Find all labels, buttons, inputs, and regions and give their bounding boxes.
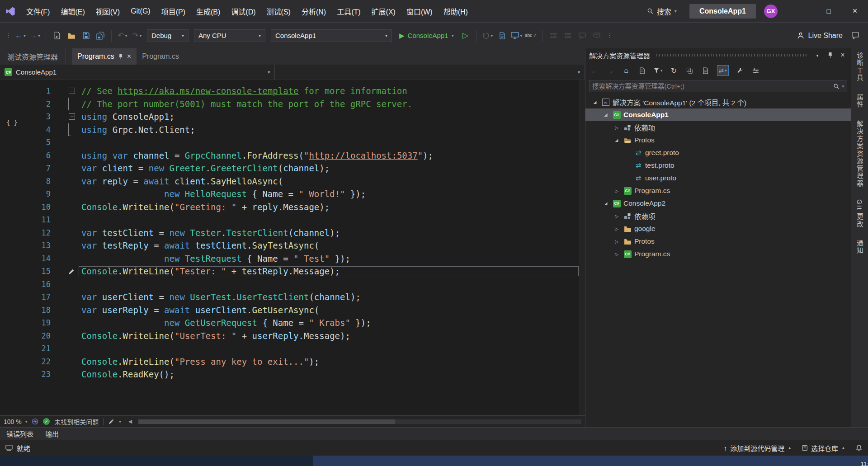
se-show-all-files-icon[interactable]: [701, 65, 710, 76]
redo-button[interactable]: ↷▾: [131, 29, 143, 42]
tree-expander-icon[interactable]: ◢: [591, 100, 599, 104]
document-health-icon[interactable]: [32, 418, 38, 425]
indent-decrease-button[interactable]: [547, 29, 560, 42]
tree-expander-icon[interactable]: ◢: [602, 113, 610, 117]
solution-explorer-header[interactable]: 解决方案资源管理器 ▾ ×: [585, 48, 851, 62]
tree-item-google[interactable]: ▷google: [585, 222, 851, 235]
maximize-button[interactable]: □: [816, 0, 842, 22]
code-line-19[interactable]: 19 new GetUserRequest { Name = " Krabs" …: [0, 316, 579, 329]
tree-expander-icon[interactable]: ▷: [613, 226, 621, 231]
editor-vertical-scrollbar[interactable]: [579, 80, 585, 415]
se-wrench-icon[interactable]: [736, 65, 745, 76]
panel-options-icon[interactable]: ▾: [813, 51, 822, 60]
type-member-dropdown[interactable]: ▾: [275, 65, 585, 80]
tree-expander-icon[interactable]: ▷: [613, 125, 621, 130]
new-file-button[interactable]: [51, 29, 63, 42]
fold-margin[interactable]: −: [55, 85, 79, 98]
menu-item-0[interactable]: 文件(F): [21, 0, 55, 22]
solution-search-input[interactable]: [592, 83, 833, 90]
fold-margin[interactable]: −: [55, 110, 79, 123]
code-line-16[interactable]: 16: [0, 278, 579, 291]
solution-platform-dropdown[interactable]: Any CPU▾: [194, 29, 265, 42]
code-area[interactable]: 1−// See https://aka.ms/new-console-temp…: [0, 80, 579, 415]
se-sync-active-document-icon[interactable]: ⇄ ▾: [717, 65, 729, 76]
solution-search-box[interactable]: ▾: [589, 80, 847, 92]
search-options-icon[interactable]: ▾: [842, 84, 844, 89]
hot-reload-button[interactable]: ▾: [481, 29, 494, 42]
vertical-tab-4[interactable]: 通知: [855, 240, 864, 254]
save-button[interactable]: [80, 29, 92, 42]
se-back-icon[interactable]: ←: [590, 65, 599, 76]
code-line-18[interactable]: 18var userReply = await userClient.GetUs…: [0, 304, 579, 317]
menu-item-7[interactable]: 测试(S): [261, 0, 296, 22]
tree-item--[interactable]: ▷依赖项: [585, 121, 851, 134]
menu-item-6[interactable]: 调试(D): [226, 0, 261, 22]
tree-expander-icon[interactable]: ▷: [613, 214, 621, 219]
find-in-files-button[interactable]: [496, 29, 509, 42]
hscroll-left-arrow[interactable]: ◀: [128, 419, 132, 424]
menu-item-11[interactable]: 窗口(W): [401, 0, 438, 22]
tree-item-ConsoleApp2[interactable]: ◢C#ConsoleApp2: [585, 197, 851, 210]
feedback-button[interactable]: [849, 29, 862, 42]
se-properties-icon[interactable]: [751, 65, 760, 76]
hscroll-thumb[interactable]: [138, 419, 395, 424]
uncomment-button[interactable]: [590, 29, 603, 42]
tree-expander-icon[interactable]: ▷: [613, 239, 621, 244]
save-all-button[interactable]: [94, 29, 107, 42]
code-cleanup-icon[interactable]: [108, 419, 114, 425]
se-filter-icon[interactable]: ▾: [653, 65, 663, 76]
tree-item-Program-cs[interactable]: ▷C#Program.cs: [585, 184, 851, 197]
start-debugging-button[interactable]: ▶ ConsoleApp1 ▾: [396, 29, 458, 42]
open-folder-button[interactable]: [65, 29, 78, 42]
spell-check-button[interactable]: abc✓: [525, 29, 538, 42]
vertical-tab-2[interactable]: 解决方案资源管理器: [855, 120, 864, 188]
code-line-14[interactable]: 14 new TestRequest { Name = " Test" });: [0, 252, 579, 265]
tab-program-cs-0[interactable]: Program.cs×: [72, 48, 137, 65]
vertical-tab-3[interactable]: Git 更改: [855, 199, 864, 228]
indent-increase-button[interactable]: [561, 29, 574, 42]
menu-item-5[interactable]: 生成(B): [191, 0, 226, 22]
se-home-icon[interactable]: ⌂: [622, 65, 631, 76]
comment-button[interactable]: [576, 29, 589, 42]
toolbar-overflow[interactable]: ⋮: [607, 32, 612, 39]
menu-item-10[interactable]: 扩展(X): [366, 0, 401, 22]
se-forward-icon[interactable]: →: [606, 65, 615, 76]
code-line-1[interactable]: 1−// See https://aka.ms/new-console-temp…: [0, 85, 579, 98]
navigate-back-button[interactable]: ←▾: [14, 29, 27, 42]
tree-expander-icon[interactable]: ▷: [613, 252, 621, 257]
zoom-control[interactable]: 100 % ▾: [4, 418, 27, 425]
vertical-tab-1[interactable]: 属性: [855, 94, 864, 108]
code-line-23[interactable]: 23Console.ReadKey();: [0, 368, 579, 381]
solution-name-badge[interactable]: ConsoleApp1: [689, 4, 756, 19]
code-line-7[interactable]: 7var client = new Greeter.GreeterClient(…: [0, 162, 579, 175]
tab-output[interactable]: 输出: [45, 429, 59, 438]
tree-item-Protos[interactable]: ▷Protos: [585, 235, 851, 248]
panel-close-icon[interactable]: ×: [838, 51, 847, 60]
pin-icon[interactable]: [826, 51, 835, 60]
editor-horizontal-scrollbar[interactable]: [138, 419, 581, 424]
tree-item-user-proto[interactable]: ⇄user.proto: [585, 172, 851, 184]
code-line-15[interactable]: 15Console.WriteLine("Tester: " + testRep…: [0, 265, 579, 278]
toolbar-grip[interactable]: ⋮: [5, 32, 10, 39]
menu-item-2[interactable]: 视图(V): [90, 0, 125, 22]
code-line-12[interactable]: 12var testClient = new Tester.TesterClie…: [0, 226, 579, 240]
windows-taskbar[interactable]: 11:0: [0, 456, 868, 466]
code-line-5[interactable]: 5: [0, 136, 579, 149]
code-line-10[interactable]: 10Console.WriteLine("Greeting: " + reply…: [0, 201, 579, 214]
tab-program-cs-1[interactable]: Program.cs: [137, 48, 184, 65]
tab-error-list[interactable]: 错误列表: [6, 429, 33, 438]
menu-item-9[interactable]: 工具(T): [331, 0, 366, 22]
tab-pin-icon[interactable]: [118, 54, 123, 60]
tree-item-Program-cs[interactable]: ▷C#Program.cs: [585, 248, 851, 260]
search-icon[interactable]: [833, 83, 840, 89]
tree-item-greet-proto[interactable]: ⇄greet.proto: [585, 146, 851, 159]
solution-configuration-dropdown[interactable]: Debug▾: [147, 29, 189, 42]
code-line-11[interactable]: 11: [0, 213, 579, 226]
menu-item-4[interactable]: 项目(P): [156, 0, 191, 22]
tree-item-ConsoleApp1[interactable]: ◢C#ConsoleApp1: [585, 108, 851, 121]
code-line-4[interactable]: 4using Grpc.Net.Client;: [0, 123, 579, 137]
notifications-bell-icon[interactable]: [855, 444, 863, 452]
tree-item-test-proto[interactable]: ⇄test.proto: [585, 159, 851, 172]
code-line-6[interactable]: 6using var channel = GrpcChannel.ForAddr…: [0, 149, 579, 162]
account-avatar[interactable]: GX: [764, 5, 778, 18]
